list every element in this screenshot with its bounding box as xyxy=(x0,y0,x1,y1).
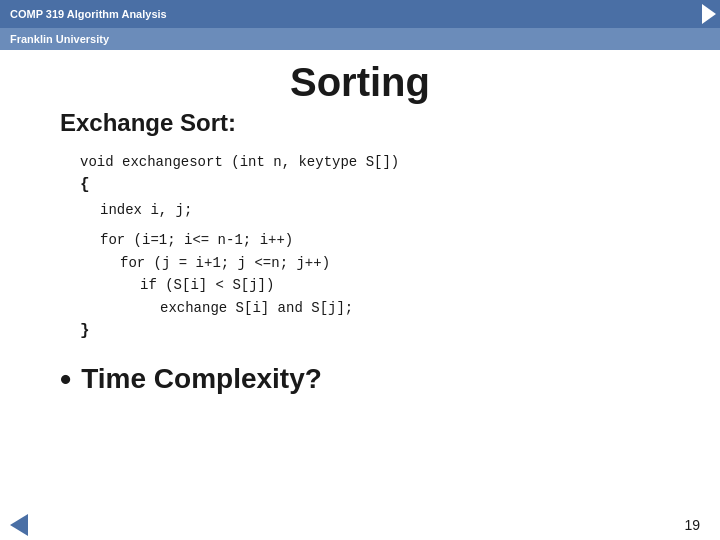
bullet-icon: • xyxy=(60,363,71,395)
section-heading: Sorting xyxy=(60,60,660,105)
course-title: COMP 319 Algorithm Analysis xyxy=(0,0,177,28)
nav-arrow-left-button[interactable] xyxy=(10,514,28,536)
arrow-left-icon xyxy=(10,514,28,536)
time-complexity-section: • Time Complexity? xyxy=(60,363,660,395)
code-line-5: if (S[i] < S[j]) xyxy=(140,274,660,296)
code-line-2: index i, j; xyxy=(100,199,660,221)
code-line-1: void exchangesort (int n, keytype S[]) xyxy=(80,151,660,173)
top-navigation-bar: COMP 319 Algorithm Analysis xyxy=(0,0,720,28)
subsection-heading: Exchange Sort: xyxy=(60,109,660,137)
code-block: void exchangesort (int n, keytype S[]) {… xyxy=(80,151,660,345)
nav-arrow-right[interactable] xyxy=(702,0,720,28)
code-line-3: for (i=1; i<= n-1; i++) xyxy=(100,229,660,251)
arrow-right-icon xyxy=(702,4,716,24)
code-brace-open: { xyxy=(80,173,660,199)
time-complexity-text: Time Complexity? xyxy=(81,363,322,395)
page-number: 19 xyxy=(684,517,700,533)
code-line-4: for (j = i+1; j <=n; j++) xyxy=(120,252,660,274)
university-bar: Franklin University xyxy=(0,28,720,50)
code-line-6: exchange S[i] and S[j]; xyxy=(160,297,660,319)
university-title: Franklin University xyxy=(10,33,109,45)
code-blank-line xyxy=(80,221,660,229)
bottom-bar: 19 xyxy=(0,510,720,540)
code-brace-close: } xyxy=(80,319,660,345)
main-content: Sorting Exchange Sort: void exchangesort… xyxy=(0,50,720,405)
